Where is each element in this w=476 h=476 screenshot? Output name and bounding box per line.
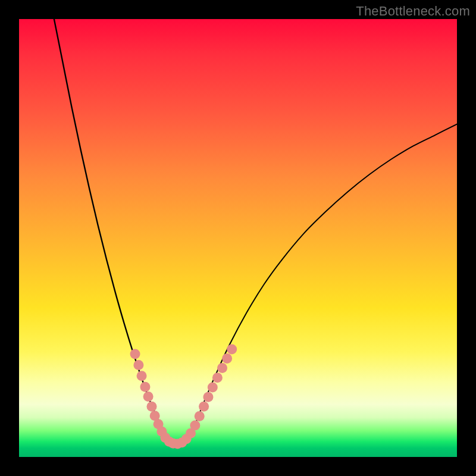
highlight-dot: [212, 372, 223, 383]
highlight-dot: [143, 392, 154, 402]
watermark-text: TheBottleneck.com: [356, 4, 470, 19]
highlight-dot: [203, 392, 213, 402]
highlight-dot: [140, 382, 150, 392]
highlight-dot: [195, 411, 205, 421]
curve-layer: [19, 19, 457, 457]
highlight-dot: [227, 344, 237, 354]
highlight-dot: [130, 349, 140, 359]
plot-area: [19, 19, 457, 457]
bottleneck-curve-left: [54, 19, 177, 444]
bottleneck-curve-right: [177, 124, 457, 444]
highlight-dot: [133, 360, 143, 370]
highlight-dot: [208, 382, 218, 392]
marker-group: [130, 344, 237, 449]
highlight-dot: [222, 353, 232, 364]
highlight-dot: [199, 402, 209, 412]
highlight-dot: [217, 363, 227, 373]
chart-frame: TheBottleneck.com: [0, 0, 476, 476]
highlight-dot: [147, 402, 157, 412]
highlight-dot: [190, 421, 200, 431]
highlight-dot: [137, 371, 147, 381]
